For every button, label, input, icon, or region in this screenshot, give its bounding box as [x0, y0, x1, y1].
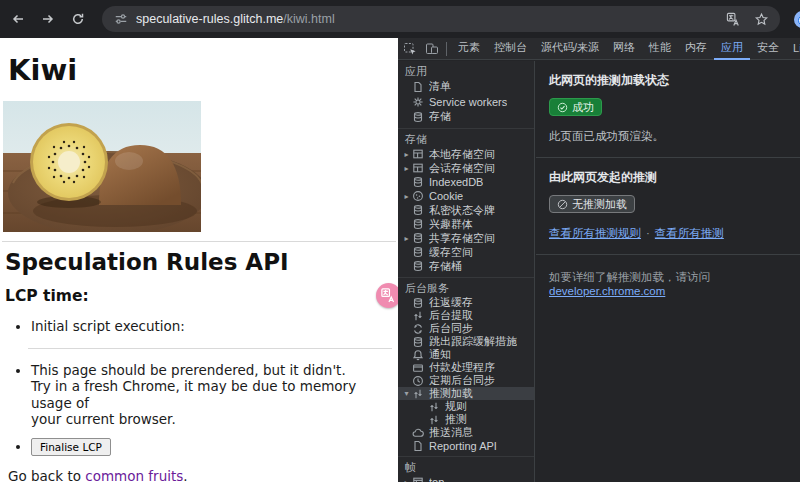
initial-script-item: Initial script execution: — [31, 318, 398, 334]
url-bar[interactable]: speculative-rules.glitch.me/kiwi.html — [102, 6, 780, 32]
goback-line: Go back to common fruits. — [8, 468, 398, 482]
prerender-note: This page should be prerendered, but it … — [31, 362, 398, 428]
screen: speculative-rules.glitch.me/kiwi.html Ki… — [0, 0, 800, 482]
extension-icon-blue[interactable] — [794, 11, 800, 28]
tab-network[interactable]: 网络 — [606, 38, 642, 60]
tab-sources[interactable]: 源代码/来源 — [534, 38, 606, 60]
prerender-list: This page should be prerendered, but it … — [8, 362, 398, 456]
cloud-icon — [412, 427, 424, 439]
tab-console[interactable]: 控制台 — [487, 38, 534, 60]
chevron-down-icon[interactable]: ▾ — [401, 389, 412, 398]
sidebar-item-label: Reporting API — [429, 440, 497, 452]
database-icon — [412, 297, 424, 309]
sidebar-item-label: top — [429, 476, 444, 482]
view-all-rules-link[interactable]: 查看所有推测规则 — [549, 227, 641, 239]
device-toolbar-icon[interactable] — [422, 39, 442, 59]
sidebar-item-shared-storage[interactable]: ▸共享存储空间 — [398, 231, 534, 245]
sidebar-item-label: 推送消息 — [429, 425, 473, 440]
site-info-icon[interactable] — [112, 10, 130, 28]
translate-icon[interactable] — [724, 10, 742, 28]
card-icon — [412, 362, 424, 374]
back-button[interactable] — [6, 7, 30, 31]
sidebar-section-header: 存储 — [398, 132, 534, 147]
translate-float-button[interactable] — [376, 283, 398, 308]
database-icon — [412, 246, 424, 258]
sw-icon — [412, 96, 424, 108]
learn-more-line: 如要详细了解推测加载，请访问 developer.chrome.com — [549, 270, 787, 297]
status-title: 此网页的推测加载状态 — [549, 72, 787, 89]
finalise-lcp-button[interactable]: Finalise LCP — [31, 438, 111, 456]
bell-icon — [412, 349, 424, 361]
chevron-right-icon[interactable]: ▸ — [401, 192, 412, 201]
divider — [2, 241, 396, 242]
reload-button[interactable] — [66, 7, 90, 31]
sidebar-item-frame-top[interactable]: ▸top — [398, 475, 534, 482]
blocked-icon — [557, 199, 568, 210]
bookmark-star-icon[interactable] — [752, 10, 770, 28]
sidebar-item-label: Service workers — [429, 96, 507, 108]
chevron-right-icon[interactable]: ▸ — [401, 234, 412, 243]
sidebar-section-header: 应用 — [398, 64, 534, 79]
tab-memory[interactable]: 内存 — [678, 38, 714, 60]
chevron-right-icon[interactable]: ▸ — [401, 150, 412, 159]
finalise-lcp-item: Finalise LCP — [31, 438, 398, 456]
table-icon — [412, 148, 424, 160]
tab-performance[interactable]: 性能 — [642, 38, 678, 60]
sidebar-item-label: 兴趣群体 — [429, 217, 473, 232]
tab-application[interactable]: 应用 — [714, 38, 750, 60]
sidebar-item-label: 存储 — [429, 109, 451, 124]
web-page: Kiwi — [0, 38, 398, 482]
sidebar-item-reporting-api[interactable]: Reporting API — [398, 439, 534, 452]
sidebar-item-storage[interactable]: 存储 — [398, 109, 534, 124]
page-title: Kiwi — [8, 56, 398, 85]
forward-button[interactable] — [36, 7, 60, 31]
toolbar-separator — [446, 42, 447, 56]
check-circle-icon — [557, 102, 568, 113]
sidebar-item-session-storage[interactable]: ▸会话存储空间 — [398, 161, 534, 175]
sidebar-item-service-workers[interactable]: Service workers — [398, 94, 534, 109]
database-icon — [412, 176, 424, 188]
sidebar-item-cookies[interactable]: ▸Cookie — [398, 189, 534, 203]
devtools-tabbar-tabs: 元素控制台源代码/来源网络性能内存应用安全Lighthouse — [451, 38, 800, 60]
sidebar-item-cache-storage[interactable]: 缓存空间 — [398, 245, 534, 259]
sidebar-item-interest-groups[interactable]: 兴趣群体 — [398, 217, 534, 231]
file-icon — [412, 440, 424, 452]
sidebar-item-label: IndexedDB — [429, 176, 483, 188]
sidebar-item-private-state-tokens[interactable]: 私密状态令牌 — [398, 203, 534, 217]
sidebar-section-header: 帧 — [398, 460, 534, 475]
status-badge: 成功 — [549, 98, 602, 116]
sidebar-item-bounce-tracking-mitigations[interactable]: 跳出跟踪缓解措施 — [398, 335, 534, 348]
devtools-tabbar: 元素控制台源代码/来源网络性能内存应用安全Lighthouse — [398, 38, 800, 60]
table-icon — [412, 162, 424, 174]
view-all-speculations-link[interactable]: 查看所有推测 — [655, 227, 724, 239]
lcp-list: Initial script execution: — [8, 318, 398, 334]
updown-icon — [428, 414, 440, 426]
sidebar-item-storage-buckets[interactable]: 存储桶 — [398, 259, 534, 273]
speculations-badge: 无推测加载 — [549, 195, 635, 213]
frame-icon — [412, 476, 424, 482]
devtools-panel: 元素控制台源代码/来源网络性能内存应用安全Lighthouse 应用清单Serv… — [398, 38, 800, 482]
file-icon — [412, 81, 424, 93]
url-host: speculative-rules.glitch.me — [136, 12, 283, 26]
common-fruits-link[interactable]: common fruits — [85, 468, 183, 482]
cookie-icon — [412, 190, 424, 202]
tab-security[interactable]: 安全 — [750, 38, 786, 60]
tab-elements[interactable]: 元素 — [451, 38, 487, 60]
sidebar-item-manifest[interactable]: 清单 — [398, 79, 534, 94]
translate-glyph-icon — [380, 287, 397, 304]
panel-divider — [536, 157, 800, 158]
status-description: 此页面已成功预渲染。 — [549, 129, 787, 144]
inspect-element-icon[interactable] — [400, 39, 420, 59]
tab-lighthouse[interactable]: Lighthouse — [786, 38, 800, 60]
chevron-right-icon[interactable]: ▸ — [401, 164, 412, 173]
divider — [28, 348, 392, 349]
sidebar-item-indexeddb[interactable]: IndexedDB — [398, 175, 534, 189]
database-icon — [412, 232, 424, 244]
sidebar-item-push-messaging[interactable]: 推送消息 — [398, 426, 534, 439]
sidebar-item-local-storage[interactable]: ▸本地存储空间 — [398, 147, 534, 161]
sidebar-item-label: 本地存储空间 — [429, 147, 495, 162]
sidebar-item-label: Cookie — [429, 190, 463, 202]
chevron-right-icon[interactable]: ▸ — [401, 478, 412, 482]
sidebar-item-label: 私密状态令牌 — [429, 203, 495, 218]
developer-chrome-link[interactable]: developer.chrome.com — [549, 285, 665, 297]
